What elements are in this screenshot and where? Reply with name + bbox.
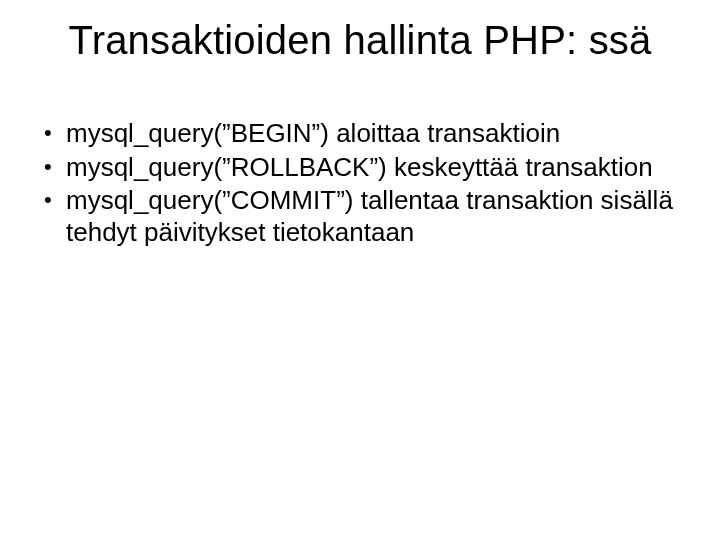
bullet-list: mysql_query(”BEGIN”) aloittaa transaktio… (38, 118, 682, 249)
slide-title: Transaktioiden hallinta PHP: ssä (0, 18, 720, 63)
list-item: mysql_query(”ROLLBACK”) keskeyttää trans… (38, 152, 682, 184)
bullet-text: mysql_query(”ROLLBACK”) keskeyttää trans… (66, 152, 653, 182)
list-item: mysql_query(”COMMIT”) tallentaa transakt… (38, 185, 682, 248)
bullet-text: mysql_query(”COMMIT”) tallentaa transakt… (66, 185, 673, 247)
slide-body: mysql_query(”BEGIN”) aloittaa transaktio… (38, 118, 682, 251)
slide: Transaktioiden hallinta PHP: ssä mysql_q… (0, 0, 720, 540)
bullet-text: mysql_query(”BEGIN”) aloittaa transaktio… (66, 118, 560, 148)
list-item: mysql_query(”BEGIN”) aloittaa transaktio… (38, 118, 682, 150)
